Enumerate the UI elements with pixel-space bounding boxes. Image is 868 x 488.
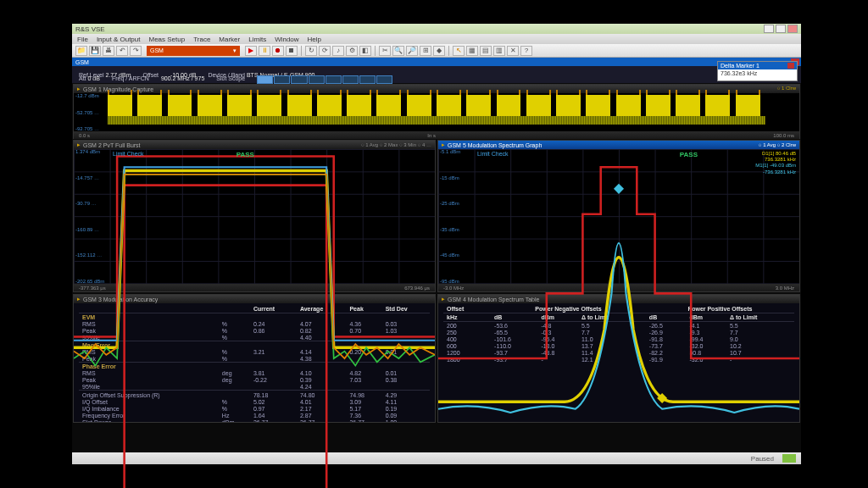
tb-fit-icon[interactable]: ⊞: [420, 46, 431, 56]
tb-help-icon[interactable]: ?: [520, 46, 532, 56]
tb-zoom-in-icon[interactable]: 🔍: [392, 46, 404, 56]
app-window: R&S VSE File Input & Output Meas Setup T…: [72, 24, 801, 464]
marker-readout: D1[1] 80.46 dB 736.3281 kHz M1[1] -49.03…: [755, 151, 796, 175]
channel-header: GSM: [72, 58, 801, 66]
tb-undo-icon[interactable]: ↶: [116, 46, 128, 56]
spectrum-title: GSM 5 Modulation Spectrum Graph: [448, 142, 542, 148]
menu-help[interactable]: Help: [308, 36, 321, 43]
pvt-title: GSM 2 PvT Full Burst: [83, 142, 141, 148]
tb-marker-icon[interactable]: ◆: [433, 46, 445, 56]
tb-print-icon[interactable]: 🖶: [103, 46, 114, 56]
tb-layout3-icon[interactable]: ▥: [493, 46, 505, 56]
capture-chart[interactable]: -12.7 dBm -52.705 … -92.705 …: [74, 93, 799, 131]
channel-header-label: GSM: [75, 59, 89, 65]
slot-scope[interactable]: [257, 75, 392, 84]
menu-io[interactable]: Input & Output: [97, 36, 141, 43]
expand-icon[interactable]: ▸: [77, 86, 81, 92]
menu-window[interactable]: Window: [275, 36, 298, 43]
info-strip: Ref Level 2.77 dBm Offset -10.00 dB Devi…: [72, 66, 801, 83]
svg-rect-0: [614, 184, 624, 194]
tb-single-icon[interactable]: ⟳: [319, 46, 331, 56]
minimize-button[interactable]: [764, 25, 774, 33]
tb-redo-icon[interactable]: ↷: [130, 46, 142, 56]
stop-icon[interactable]: ⏹: [286, 46, 298, 56]
menu-meas[interactable]: Meas Setup: [148, 36, 185, 43]
magnitude-capture-panel: ▸GSM 1 Magnitude Capture○ 1 Clrw -12.7 d…: [73, 84, 800, 139]
titlebar: R&S VSE: [72, 24, 801, 34]
toolbar: 📁 💾 🖶 ↶ ↷ GSM▾ ▶ ⏸ ⏺ ⏹ ↻ ⟳ ♪ ⚙ ◧ ✂ 🔍 🔎 ⊞…: [72, 44, 801, 58]
menubar: File Input & Output Meas Setup Trace Mar…: [72, 34, 801, 44]
tb-tool1-icon[interactable]: ⚙: [346, 46, 358, 56]
app-title: R&S VSE: [75, 25, 105, 33]
tb-tool2-icon[interactable]: ◧: [359, 46, 371, 56]
spectrum-chart[interactable]: -5.1 dBm -15 dBm -25 dBm -35 dBm -45 dBm…: [438, 149, 799, 284]
tb-open-icon[interactable]: 📁: [75, 46, 87, 56]
maximize-button[interactable]: [776, 25, 786, 33]
delta-marker-panel[interactable]: Delta Marker 1 736.32e3 kHz: [717, 61, 798, 81]
close-button[interactable]: [787, 25, 798, 33]
tb-delete-icon[interactable]: ✕: [507, 46, 519, 56]
menu-limits[interactable]: Limits: [248, 36, 266, 43]
menu-marker[interactable]: Marker: [219, 36, 240, 43]
expand-icon[interactable]: ▸: [77, 141, 81, 148]
capture-title: GSM 1 Magnitude Capture: [83, 86, 153, 92]
record-icon[interactable]: ⏺: [272, 46, 284, 56]
tb-cut-icon[interactable]: ✂: [379, 46, 391, 56]
menu-file[interactable]: File: [77, 36, 88, 43]
tb-save-icon[interactable]: 💾: [89, 46, 101, 56]
expand-icon[interactable]: ▸: [442, 141, 445, 148]
pvt-pass-label: PASS: [236, 151, 254, 158]
spectrum-pass-label: PASS: [680, 151, 698, 158]
tb-layout1-icon[interactable]: ▦: [466, 46, 478, 56]
pvt-chart[interactable]: 1.374 dBm -14.757 … -30.79 … -160.89 … -…: [74, 149, 435, 284]
tb-note-icon[interactable]: ♪: [332, 46, 344, 56]
delta-close-icon[interactable]: [787, 63, 794, 69]
pause-icon[interactable]: ⏸: [259, 46, 270, 56]
channel-selector[interactable]: GSM▾: [147, 46, 240, 56]
play-icon[interactable]: ▶: [245, 46, 257, 56]
pvt-panel: ▸GSM 2 PvT Full Burst○ 1 Avg ○ 2 Max ○ 3…: [73, 140, 436, 292]
spectrum-panel: ▸GSM 5 Modulation Spectrum Graph○ 1 Avg …: [437, 140, 800, 292]
menu-trace[interactable]: Trace: [193, 36, 210, 43]
cursor-icon[interactable]: ↖: [453, 46, 465, 56]
tb-zoom-out-icon[interactable]: 🔎: [406, 46, 418, 56]
tb-cycle-icon[interactable]: ↻: [305, 46, 317, 56]
tb-layout2-icon[interactable]: ▤: [480, 46, 492, 56]
